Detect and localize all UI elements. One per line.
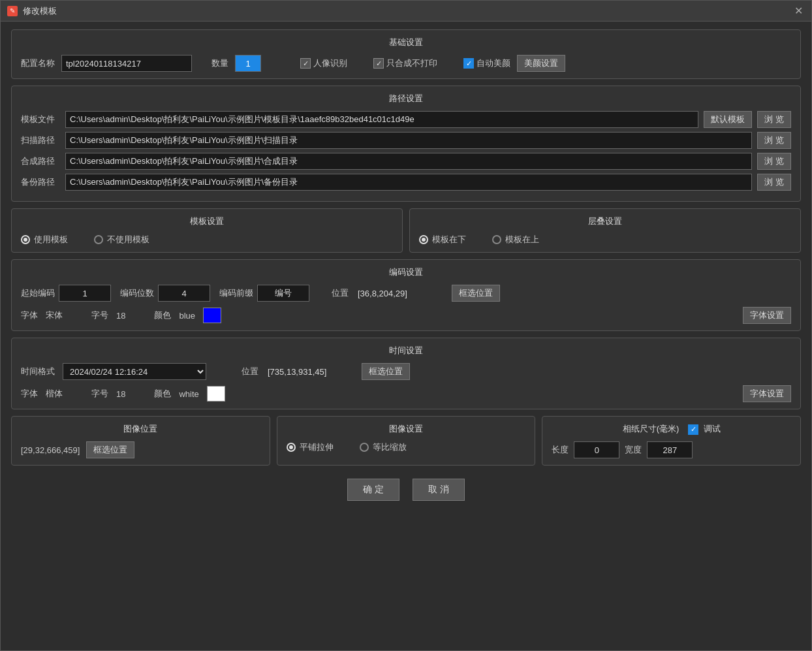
code-prefix-input[interactable]	[257, 285, 309, 302]
scan-path-input[interactable]	[65, 132, 752, 149]
time-color-swatch[interactable]	[207, 386, 225, 402]
quantity-label: 数量	[211, 57, 228, 69]
window-title: 修改模板	[23, 5, 792, 17]
image-settings-section: 图像设置 平铺拉伸 等比缩放	[277, 416, 536, 466]
template-file-browse-button[interactable]: 浏 览	[757, 111, 791, 128]
time-frame-select-button[interactable]: 框选位置	[362, 363, 410, 380]
image-pos-row: [29,32,666,459] 框选位置	[21, 441, 260, 458]
paper-height-input[interactable]	[647, 441, 693, 458]
content-area: 基础设置 配置名称 数量 ✓ 人像识别 ✓ 只合成不打印 ✓	[1, 22, 811, 650]
template-above-radio[interactable]: 模板在上	[492, 234, 539, 246]
auto-beauty-check-icon: ✓	[463, 58, 474, 69]
template-below-radio[interactable]: 模板在下	[419, 234, 466, 246]
layer-settings-section: 层叠设置 模板在下 模板在上	[409, 208, 801, 253]
start-code-input[interactable]	[59, 285, 111, 302]
time-position-item: 位置	[242, 366, 258, 377]
time-font-settings-button[interactable]: 字体设置	[743, 385, 791, 402]
backup-path-input[interactable]	[65, 174, 752, 191]
encode-position-label: 位置	[332, 287, 349, 299]
paper-size-title-text: 相纸尺寸(毫米)	[623, 424, 679, 434]
backup-path-label: 备份路径	[21, 176, 60, 188]
encode-color-label: 颜色	[154, 310, 171, 321]
encode-font-item: 字体 宋体	[21, 310, 63, 321]
proportional-label: 等比缩放	[373, 441, 407, 453]
no-template-radio[interactable]: 不使用模板	[94, 234, 149, 246]
template-below-label: 模板在下	[432, 234, 466, 246]
use-template-radio[interactable]: 使用模板	[21, 234, 68, 246]
image-pos-frame-select-button[interactable]: 框选位置	[86, 441, 134, 458]
encode-color-value: blue	[179, 311, 195, 321]
encode-position-value: [36,8,204,29]	[358, 289, 443, 298]
config-name-label: 配置名称	[21, 57, 55, 69]
encode-fontsize-value: 18	[116, 311, 125, 321]
scan-path-label: 扫描路径	[21, 135, 60, 146]
confirm-button[interactable]: 确 定	[347, 479, 399, 501]
cancel-button[interactable]: 取 消	[413, 479, 465, 501]
use-template-label: 使用模板	[34, 234, 68, 246]
beauty-settings-button[interactable]: 美颜设置	[517, 55, 565, 72]
face-detect-check-icon: ✓	[300, 58, 311, 69]
time-grid: 时间格式 2024/02/24 12:16:24 位置 [735,13,931,…	[21, 363, 791, 402]
footer-buttons: 确 定 取 消	[11, 472, 801, 505]
time-settings-title: 时间设置	[21, 345, 791, 357]
encode-frame-select-button[interactable]: 框选位置	[452, 285, 500, 302]
stretch-label: 平铺拉伸	[300, 441, 334, 453]
face-detect-checkbox[interactable]: ✓ 人像识别	[300, 57, 347, 69]
bottom-three-col: 图像位置 [29,32,666,459] 框选位置 图像设置 平铺拉伸 等比缩放	[11, 416, 801, 466]
encode-grid: 起始编码 编码位数 编码前缀 位置 [36,8,204,29]	[21, 285, 791, 324]
start-code-label: 起始编码	[21, 287, 55, 299]
config-name-input[interactable]	[61, 55, 192, 72]
time-format-label: 时间格式	[21, 366, 55, 377]
time-format-select[interactable]: 2024/02/24 12:16:24	[63, 363, 206, 380]
quantity-input[interactable]	[235, 55, 261, 72]
auto-beauty-label: 自动美颜	[476, 57, 510, 69]
template-file-input[interactable]	[65, 111, 698, 128]
backup-path-browse-button[interactable]: 浏 览	[757, 174, 791, 191]
encode-font-settings-button[interactable]: 字体设置	[743, 307, 791, 324]
image-settings-title: 图像设置	[287, 423, 526, 435]
path-settings-section: 路径设置 模板文件 默认模板 浏 览 扫描路径 浏 览 合成路径 浏 览 备份路…	[11, 86, 801, 202]
paper-width-input[interactable]	[574, 441, 619, 458]
encode-position-item: 位置	[332, 287, 349, 299]
time-row-1: 时间格式 2024/02/24 12:16:24 位置 [735,13,931,…	[21, 363, 791, 380]
default-template-button[interactable]: 默认模板	[704, 111, 752, 128]
stretch-radio[interactable]: 平铺拉伸	[287, 441, 334, 453]
proportional-radio[interactable]: 等比缩放	[360, 441, 407, 453]
code-prefix-label: 编码前缀	[219, 287, 253, 299]
code-digits-item: 编码位数	[120, 285, 210, 302]
stretch-radio-icon	[287, 443, 296, 452]
compose-no-print-checkbox[interactable]: ✓ 只合成不打印	[373, 57, 437, 69]
title-bar: ✎ 修改模板 ✕	[1, 1, 811, 22]
time-color-item: 颜色 white	[154, 386, 225, 402]
image-settings-radio-row: 平铺拉伸 等比缩放	[287, 441, 526, 453]
no-template-radio-icon	[94, 235, 103, 244]
code-prefix-item: 编码前缀	[219, 285, 309, 302]
template-layer-row: 模板设置 使用模板 不使用模板 层叠设置	[11, 208, 801, 253]
close-button[interactable]: ✕	[792, 5, 805, 18]
template-above-label: 模板在上	[505, 234, 539, 246]
compose-path-label: 合成路径	[21, 155, 60, 167]
time-font-label: 字体	[21, 388, 38, 400]
paper-size-inner: 长度 宽度	[552, 441, 791, 458]
layer-settings-title: 层叠设置	[419, 215, 791, 227]
time-font-item: 字体 楷体	[21, 388, 63, 400]
scan-path-browse-button[interactable]: 浏 览	[757, 132, 791, 149]
auto-beauty-checkbox[interactable]: ✓ 自动美颜	[463, 57, 510, 69]
compose-path-input[interactable]	[65, 153, 752, 170]
time-color-label: 颜色	[154, 388, 171, 400]
encode-settings-title: 编码设置	[21, 266, 791, 278]
encode-color-swatch[interactable]	[203, 308, 221, 323]
time-format-item: 时间格式 2024/02/24 12:16:24	[21, 363, 206, 380]
encode-font-label: 字体	[21, 310, 38, 321]
layer-radio-row: 模板在下 模板在上	[419, 234, 791, 246]
basic-settings-row: 配置名称 数量 ✓ 人像识别 ✓ 只合成不打印 ✓ 自动美颜	[21, 55, 791, 72]
time-fontsize-label: 字号	[91, 388, 108, 400]
image-pos-section: 图像位置 [29,32,666,459] 框选位置	[11, 416, 270, 466]
time-position-label: 位置	[242, 366, 258, 377]
time-settings-section: 时间设置 时间格式 2024/02/24 12:16:24 位置 [735,13…	[11, 338, 801, 409]
start-code-item: 起始编码	[21, 285, 111, 302]
no-template-label: 不使用模板	[107, 234, 149, 246]
scan-path-row: 扫描路径 浏 览	[21, 132, 791, 149]
code-digits-input[interactable]	[158, 285, 210, 302]
compose-path-browse-button[interactable]: 浏 览	[757, 153, 791, 170]
